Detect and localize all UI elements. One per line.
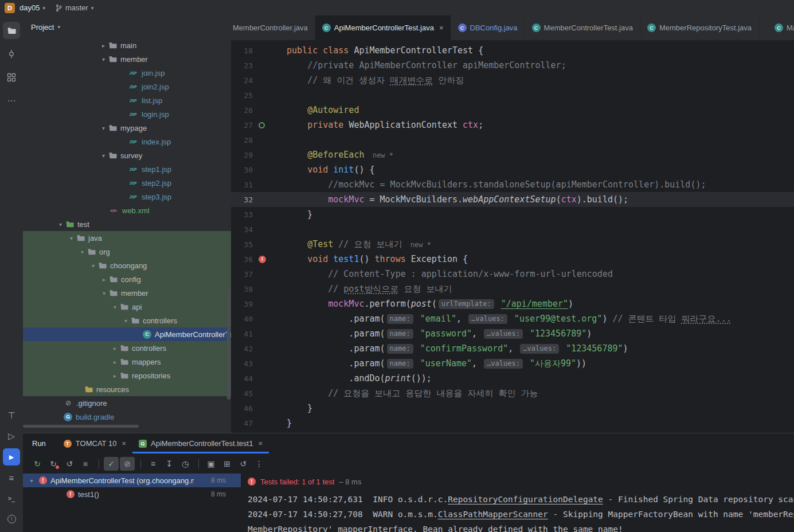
project-logo[interactable]: D [5,3,15,13]
tree-item-repositories[interactable]: ▸repositories [23,369,231,382]
editor-tab-memberrepositorytest-java[interactable]: CMemberRepositoryTest.java [640,15,759,40]
code-line-40[interactable]: 40 .param(name: "email", …values: "user9… [231,311,794,326]
code-line-39[interactable]: 39 mockMvc.perform(post(urlTemplate: "/a… [231,296,794,311]
problems-tool-button[interactable]: ! [3,510,20,527]
more-options-button[interactable]: ⋮ [252,457,267,471]
commit-tool-button[interactable] [3,45,20,62]
code-line-41[interactable]: 41 .param(name: "password", …values: "12… [231,326,794,341]
code-line-38[interactable]: 38 // post방식으로 요청 보내기 [231,281,794,296]
tree-item-member[interactable]: ▾member [23,286,231,300]
code-line-32[interactable]: 32 mockMvc = MockMvcBuilders.webAppConte… [231,192,794,207]
console-link[interactable]: ClassPathMapperScanner [438,510,548,519]
close-icon[interactable]: × [258,439,263,448]
import-tests-button[interactable]: ⊞ [220,457,234,471]
services-tool-button[interactable]: ▷ [3,428,20,445]
project-vertical-scrollbar[interactable] [227,290,230,400]
tree-item-mappers[interactable]: ▸mappers [23,355,231,369]
tree-item-java[interactable]: ▾java [23,231,231,245]
console-log[interactable]: 2024-07-17 14:50:27,631 INFO o.s.d.r.c.R… [248,492,794,532]
tree-item-step2-jsp[interactable]: JSPstep2.jsp [23,176,231,190]
tree-item-mypage[interactable]: ▾mypage [23,121,231,135]
tree-item-login-jsp[interactable]: JSPlogin.jsp [23,107,231,121]
tree-item-step1-jsp[interactable]: JSPstep1.jsp [23,162,231,176]
test-tree-item-apimembercontrollertest-org-choongang-me[interactable]: ▾!ApiMemberControllerTest (org.choongang… [23,474,241,487]
tree-item-org[interactable]: ▾org [23,245,231,259]
code-line-18[interactable]: 18public class ApiMemberControllerTest { [231,43,794,58]
code-line-42[interactable]: 42 .param(name: "confirmPassword", …valu… [231,341,794,356]
tree-item-index-jsp[interactable]: JSPindex.jsp [23,135,231,148]
code-line-43[interactable]: 43 .param(name: "userName", …values: "사용… [231,356,794,371]
tree-item-gitignore[interactable]: ⊘.gitignore [23,396,231,410]
structure-tool-button[interactable] [3,69,20,86]
code-line-31[interactable]: 31 //mockMvc = MockMvcBuilders.standalon… [231,177,794,192]
console-link[interactable]: RepositoryConfigurationDelegate [448,495,603,504]
run-tab-tomcat-10[interactable]: TTOMCAT 10× [57,433,132,453]
editor-tab-membercontrollertest-java[interactable]: CMemberControllerTest.java [525,15,640,40]
toggle-auto-test-button[interactable]: ↺ [62,457,77,471]
test-history-button[interactable]: ◷ [178,457,193,471]
code-line-46[interactable]: 46 } [231,401,794,416]
navigate-to-failed-button[interactable]: ↧ [162,457,177,471]
tree-item-api[interactable]: ▾api [23,300,231,314]
tree-item-survey[interactable]: ▾survey [23,148,231,162]
code-line-47[interactable]: 47} [231,416,794,431]
screenshot-button[interactable]: ▣ [204,457,218,471]
code-line-27[interactable]: 27 private WebApplicationContext ctx; [231,118,794,132]
show-ignored-button[interactable]: ⊘ [120,457,135,471]
editor-tab-apimembercontrollertest-java[interactable]: CApiMemberControllerTest.java× [315,15,451,40]
stop-button[interactable]: ■ [78,457,93,471]
tree-item-build-gradle[interactable]: Gbuild.gradle [23,410,231,424]
project-panel-header[interactable]: Project ▾ [23,15,231,38]
code-line-44[interactable]: 44 .andDo(print()); [231,371,794,386]
tree-item-join-jsp[interactable]: JSPjoin.jsp [23,66,231,80]
more-tool-windows-button[interactable]: ⋯ [3,92,20,109]
code-line-29[interactable]: 29 @BeforeEach new * [231,147,794,162]
application-servers-tool-button[interactable]: ⊤ [3,407,20,424]
code-line-26[interactable]: 26 @Autowired [231,103,794,118]
tree-item-list-jsp[interactable]: JSPlist.jsp [23,93,231,107]
git-branch-widget[interactable]: master ▾ [55,3,93,12]
code-line-33[interactable]: 33 } [231,207,794,222]
tree-item-test[interactable]: ▾test [23,217,231,231]
test-tree-item-test1[interactable]: !test1()8 ms [23,487,241,501]
editor-tab-dbconfig-java[interactable]: CDBConfig.java [451,15,525,40]
build-tool-button[interactable]: ≡ [3,469,20,486]
tree-item-choongang[interactable]: ▾choongang [23,259,231,272]
close-icon[interactable]: × [439,24,444,32]
rerun-failed-tests-button[interactable]: ↻ [46,457,61,471]
editor-tab-ma[interactable]: CMa [768,15,794,40]
tree-item-web-xml[interactable]: </>web.xml [23,204,231,217]
tree-item-step3-jsp[interactable]: JSPstep3.jsp [23,190,231,204]
tree-item-main[interactable]: ▸main [23,38,231,52]
tree-item-resources[interactable]: resources [23,382,231,396]
code-line-37[interactable]: 37 // Content-Type : application/x-www-f… [231,267,794,281]
tree-item-controllers[interactable]: ▸controllers [23,341,231,355]
show-passed-button[interactable]: ✓ [104,457,119,471]
tree-item-join2-jsp[interactable]: JSPjoin2.jsp [23,80,231,93]
tree-item-member[interactable]: ▾member [23,52,231,66]
code-line-24[interactable]: 24 // 왜 이건 생성자 매개변수로 안하징 [231,73,794,88]
code-line-36[interactable]: 36! void test1() throws Exception { [231,252,794,267]
terminal-tool-button[interactable]: >_ [3,490,20,507]
project-horizontal-scrollbar[interactable] [23,425,139,428]
code-line-34[interactable]: 34 [231,222,794,237]
tree-item-apimembercontrollertest[interactable]: CApiMemberControllerTest [23,327,231,341]
tree-item-config[interactable]: ▸config [23,272,231,286]
code-line-35[interactable]: 35 @Test // 요청 보내기 new * [231,237,794,252]
tree-item-controllers[interactable]: ▾controllers [23,314,231,327]
code-line-28[interactable]: 28 [231,132,794,147]
sort-alphabetically-button[interactable]: ≡ [146,457,161,471]
project-tool-button[interactable] [3,22,20,39]
run-tool-button[interactable]: ▶ [3,448,20,466]
editor-code[interactable]: 18public class ApiMemberControllerTest {… [231,40,794,433]
close-icon[interactable]: × [122,439,126,448]
rerun-with-options-button[interactable]: ↺ [236,457,251,471]
editor-tab-membercontroller-java[interactable]: CMemberController.java [231,15,315,40]
code-line-30[interactable]: 30 void init() { [231,162,794,177]
code-line-45[interactable]: 45 // 요청을 보내고 응답한 내용을 자세히 확인 가능 [231,386,794,401]
rerun-button[interactable]: ↻ [30,457,45,471]
code-line-23[interactable]: 23 //private ApiMemberController apiMemb… [231,58,794,73]
project-name[interactable]: day05 [19,3,40,12]
code-line-25[interactable]: 25 [231,88,794,103]
run-tab-apimembercontrollertest-test1[interactable]: GApiMemberControllerTest.test1× [132,433,269,453]
